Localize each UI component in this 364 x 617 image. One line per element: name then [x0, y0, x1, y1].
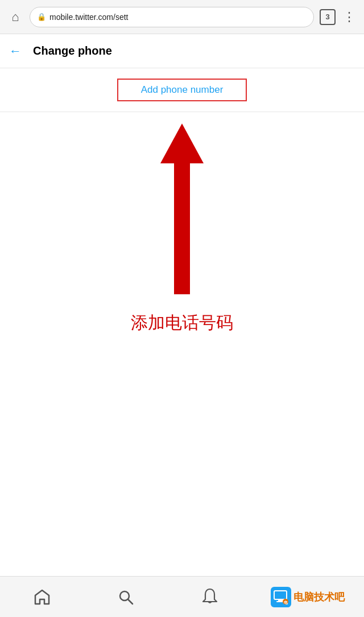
annotation-label: 添加电话号码: [131, 311, 233, 335]
brand-area: 电 电脑技术吧: [271, 587, 345, 607]
brand-name-text: 电脑技术吧: [293, 590, 345, 604]
svg-text:电: 电: [284, 600, 288, 604]
add-phone-button[interactable]: Add phone number: [117, 79, 247, 101]
brand-icon: 电: [271, 587, 291, 607]
tab-badge[interactable]: 3: [320, 9, 336, 25]
svg-rect-2: [274, 591, 287, 599]
home-icon: [33, 588, 51, 606]
arrow-shaft: [174, 163, 190, 294]
red-arrow-annotation: [160, 124, 204, 294]
browser-menu-icon[interactable]: ⋮: [341, 10, 357, 24]
page-title: Change phone: [33, 44, 112, 57]
browser-home-icon[interactable]: ⌂: [7, 9, 24, 26]
bottom-nav: 电 电脑技术吧: [0, 576, 364, 617]
address-text: mobile.twitter.com/sett: [49, 13, 129, 22]
browser-chrome: ⌂ 🔒 mobile.twitter.com/sett 3 ⋮: [0, 0, 364, 34]
nav-home[interactable]: [19, 583, 65, 611]
nav-search[interactable]: [103, 583, 148, 611]
add-phone-row: Add phone number: [0, 68, 364, 112]
address-bar[interactable]: 🔒 mobile.twitter.com/sett: [30, 7, 314, 27]
lock-icon: 🔒: [37, 13, 46, 21]
nav-notifications[interactable]: [187, 583, 233, 611]
search-icon: [117, 589, 134, 606]
annotation-area: 添加电话号码: [0, 112, 364, 328]
back-button[interactable]: ←: [9, 44, 22, 59]
arrow-head: [160, 124, 204, 163]
page-header: ← Change phone: [0, 34, 364, 68]
svg-line-1: [128, 599, 133, 604]
brand-logo-icon: 电: [272, 589, 289, 606]
bell-icon: [201, 588, 218, 606]
